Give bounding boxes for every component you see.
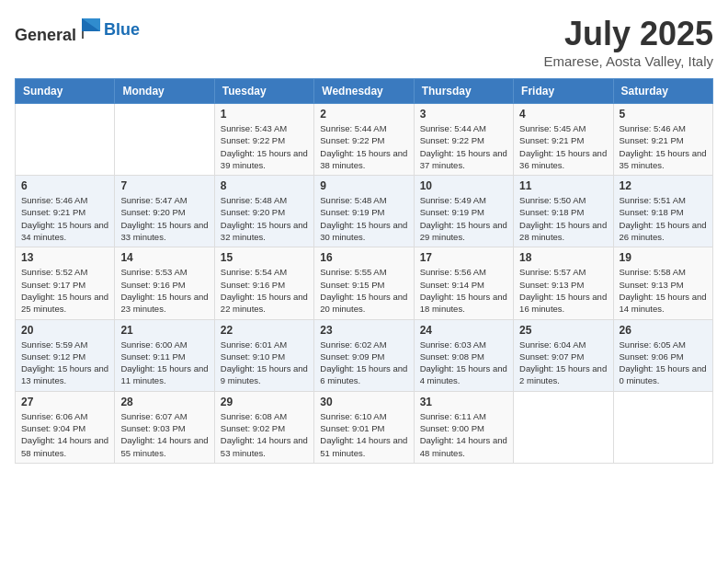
calendar-day-cell: 17Sunrise: 5:56 AMSunset: 9:14 PMDayligh… <box>414 247 513 319</box>
day-number: 16 <box>320 251 407 264</box>
day-info: Sunrise: 5:53 AMSunset: 9:16 PMDaylight:… <box>120 266 208 315</box>
title-block: July 2025 Emarese, Aosta Valley, Italy <box>543 15 713 69</box>
day-number: 19 <box>620 251 707 264</box>
day-number: 24 <box>420 324 507 337</box>
day-info: Sunrise: 6:06 AMSunset: 9:04 PMDaylight:… <box>21 410 108 459</box>
day-number: 11 <box>519 179 607 192</box>
calendar-header-row: SundayMondayTuesdayWednesdayThursdayFrid… <box>16 79 713 104</box>
day-number: 12 <box>620 179 707 192</box>
calendar-week-row: 13Sunrise: 5:52 AMSunset: 9:17 PMDayligh… <box>16 247 713 319</box>
calendar-day-cell: 16Sunrise: 5:55 AMSunset: 9:15 PMDayligh… <box>314 247 414 319</box>
day-info: Sunrise: 6:07 AMSunset: 9:03 PMDaylight:… <box>120 410 208 459</box>
weekday-header-friday: Friday <box>514 79 613 104</box>
weekday-header-monday: Monday <box>115 79 214 104</box>
calendar-day-cell: 14Sunrise: 5:53 AMSunset: 9:16 PMDayligh… <box>115 247 214 319</box>
day-number: 27 <box>21 396 108 408</box>
day-info: Sunrise: 6:10 AMSunset: 9:01 PMDaylight:… <box>320 410 407 459</box>
day-info: Sunrise: 6:08 AMSunset: 9:02 PMDaylight:… <box>221 410 308 459</box>
day-number: 2 <box>320 108 407 121</box>
logo: General Blue <box>15 15 140 45</box>
day-info: Sunrise: 5:54 AMSunset: 9:16 PMDaylight:… <box>221 266 308 315</box>
day-number: 5 <box>620 108 707 121</box>
day-info: Sunrise: 5:59 AMSunset: 9:12 PMDaylight:… <box>21 339 108 387</box>
weekday-header-sunday: Sunday <box>16 79 115 104</box>
day-info: Sunrise: 6:05 AMSunset: 9:06 PMDaylight:… <box>620 339 707 387</box>
calendar-day-cell: 25Sunrise: 6:04 AMSunset: 9:07 PMDayligh… <box>514 319 613 391</box>
calendar-week-row: 1Sunrise: 5:43 AMSunset: 9:22 PMDaylight… <box>16 104 713 176</box>
calendar-day-cell: 30Sunrise: 6:10 AMSunset: 9:01 PMDayligh… <box>314 391 414 463</box>
svg-rect-2 <box>82 31 84 39</box>
calendar-day-cell: 3Sunrise: 5:44 AMSunset: 9:22 PMDaylight… <box>414 104 513 176</box>
calendar-day-cell: 28Sunrise: 6:07 AMSunset: 9:03 PMDayligh… <box>115 391 214 463</box>
day-info: Sunrise: 5:44 AMSunset: 9:22 PMDaylight:… <box>320 122 407 171</box>
calendar-day-cell: 7Sunrise: 5:47 AMSunset: 9:20 PMDaylight… <box>115 176 214 247</box>
day-info: Sunrise: 5:44 AMSunset: 9:22 PMDaylight:… <box>420 122 507 171</box>
calendar-day-cell: 5Sunrise: 5:46 AMSunset: 9:21 PMDaylight… <box>613 104 712 176</box>
logo-text-general: General <box>15 26 76 44</box>
day-info: Sunrise: 5:56 AMSunset: 9:14 PMDaylight:… <box>420 266 507 315</box>
calendar-day-cell <box>514 391 613 463</box>
day-info: Sunrise: 5:46 AMSunset: 9:21 PMDaylight:… <box>620 122 707 171</box>
day-number: 15 <box>221 251 308 264</box>
day-number: 3 <box>420 108 507 121</box>
calendar-day-cell: 23Sunrise: 6:02 AMSunset: 9:09 PMDayligh… <box>314 319 414 391</box>
calendar-day-cell: 27Sunrise: 6:06 AMSunset: 9:04 PMDayligh… <box>16 391 115 463</box>
month-title: July 2025 <box>543 15 713 53</box>
day-info: Sunrise: 5:45 AMSunset: 9:21 PMDaylight:… <box>519 122 607 171</box>
calendar-day-cell <box>115 104 214 176</box>
calendar-day-cell <box>16 104 115 176</box>
calendar-day-cell: 2Sunrise: 5:44 AMSunset: 9:22 PMDaylight… <box>314 104 414 176</box>
day-info: Sunrise: 5:55 AMSunset: 9:15 PMDaylight:… <box>320 266 407 315</box>
calendar-day-cell: 19Sunrise: 5:58 AMSunset: 9:13 PMDayligh… <box>613 247 712 319</box>
day-info: Sunrise: 5:46 AMSunset: 9:21 PMDaylight:… <box>21 194 108 243</box>
weekday-header-thursday: Thursday <box>414 79 513 104</box>
day-number: 6 <box>21 179 108 192</box>
day-number: 10 <box>420 179 507 192</box>
calendar-day-cell: 6Sunrise: 5:46 AMSunset: 9:21 PMDaylight… <box>16 176 115 247</box>
day-info: Sunrise: 5:57 AMSunset: 9:13 PMDaylight:… <box>519 266 607 315</box>
day-number: 7 <box>120 179 208 192</box>
day-number: 17 <box>420 251 507 264</box>
day-number: 26 <box>620 324 707 337</box>
logo-text-blue: Blue <box>104 20 140 40</box>
day-number: 21 <box>120 324 208 337</box>
calendar-day-cell: 29Sunrise: 6:08 AMSunset: 9:02 PMDayligh… <box>214 391 313 463</box>
calendar-day-cell: 12Sunrise: 5:51 AMSunset: 9:18 PMDayligh… <box>613 176 712 247</box>
day-info: Sunrise: 5:51 AMSunset: 9:18 PMDaylight:… <box>620 194 707 243</box>
day-number: 1 <box>221 108 308 121</box>
logo-flag-icon <box>78 15 104 40</box>
day-info: Sunrise: 6:11 AMSunset: 9:00 PMDaylight:… <box>420 410 507 459</box>
day-info: Sunrise: 5:48 AMSunset: 9:20 PMDaylight:… <box>221 194 308 243</box>
calendar-day-cell <box>613 391 712 463</box>
calendar-week-row: 27Sunrise: 6:06 AMSunset: 9:04 PMDayligh… <box>16 391 713 463</box>
day-info: Sunrise: 6:03 AMSunset: 9:08 PMDaylight:… <box>420 339 507 387</box>
calendar-day-cell: 24Sunrise: 6:03 AMSunset: 9:08 PMDayligh… <box>414 319 513 391</box>
calendar-day-cell: 1Sunrise: 5:43 AMSunset: 9:22 PMDaylight… <box>214 104 313 176</box>
calendar-day-cell: 4Sunrise: 5:45 AMSunset: 9:21 PMDaylight… <box>514 104 613 176</box>
weekday-header-wednesday: Wednesday <box>314 79 414 104</box>
day-number: 28 <box>120 396 208 408</box>
calendar-day-cell: 31Sunrise: 6:11 AMSunset: 9:00 PMDayligh… <box>414 391 513 463</box>
day-number: 18 <box>519 251 607 264</box>
day-info: Sunrise: 5:49 AMSunset: 9:19 PMDaylight:… <box>420 194 507 243</box>
day-number: 31 <box>420 396 507 408</box>
day-number: 9 <box>320 179 407 192</box>
day-info: Sunrise: 6:02 AMSunset: 9:09 PMDaylight:… <box>320 339 407 387</box>
day-info: Sunrise: 5:52 AMSunset: 9:17 PMDaylight:… <box>21 266 108 315</box>
calendar-day-cell: 11Sunrise: 5:50 AMSunset: 9:18 PMDayligh… <box>514 176 613 247</box>
day-info: Sunrise: 6:00 AMSunset: 9:11 PMDaylight:… <box>120 339 208 387</box>
calendar-day-cell: 9Sunrise: 5:48 AMSunset: 9:19 PMDaylight… <box>314 176 414 247</box>
day-number: 22 <box>221 324 308 337</box>
calendar-day-cell: 15Sunrise: 5:54 AMSunset: 9:16 PMDayligh… <box>214 247 313 319</box>
calendar-day-cell: 21Sunrise: 6:00 AMSunset: 9:11 PMDayligh… <box>115 319 214 391</box>
page-header: General Blue July 2025 Emarese, Aosta Va… <box>15 15 713 69</box>
day-info: Sunrise: 6:01 AMSunset: 9:10 PMDaylight:… <box>221 339 308 387</box>
day-number: 30 <box>320 396 407 408</box>
day-number: 4 <box>519 108 607 121</box>
calendar-day-cell: 10Sunrise: 5:49 AMSunset: 9:19 PMDayligh… <box>414 176 513 247</box>
day-number: 25 <box>519 324 607 337</box>
day-info: Sunrise: 5:58 AMSunset: 9:13 PMDaylight:… <box>620 266 707 315</box>
calendar-day-cell: 18Sunrise: 5:57 AMSunset: 9:13 PMDayligh… <box>514 247 613 319</box>
day-number: 20 <box>21 324 108 337</box>
calendar-day-cell: 26Sunrise: 6:05 AMSunset: 9:06 PMDayligh… <box>613 319 712 391</box>
